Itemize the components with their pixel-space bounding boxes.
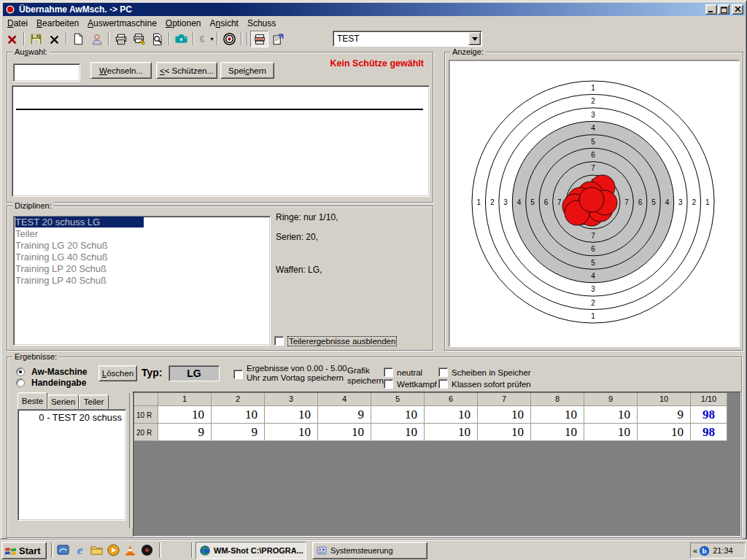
properties-toolbar-button[interactable] (268, 31, 287, 47)
svg-text:1: 1 (476, 198, 481, 206)
discipline-item[interactable]: TEST 20 schuss LG (14, 217, 270, 228)
column-header: 3 (265, 393, 318, 406)
tray-chevron[interactable]: « (691, 546, 699, 555)
svg-text:6: 6 (591, 151, 595, 159)
menu-ansicht[interactable]: Ansicht (206, 16, 243, 30)
series-list-item[interactable]: 0 - TEST 20 schuss (18, 410, 125, 423)
neutral-label: neutral (397, 368, 422, 377)
menu-datei[interactable]: Datei (3, 16, 32, 30)
tab-teiler[interactable]: Teiler (79, 394, 109, 409)
svg-text:6: 6 (638, 198, 643, 206)
aw-maschine-label: Aw-Maschine (31, 367, 87, 377)
neutral-checkbox[interactable] (384, 368, 393, 377)
save-toolbar-button[interactable] (27, 31, 45, 47)
svg-text:2: 2 (692, 198, 697, 206)
quicklaunch-ie-icon[interactable]: e (73, 543, 88, 558)
camera-toolbar-button[interactable] (172, 31, 190, 47)
vortag-checkbox[interactable] (233, 370, 243, 379)
tab-serien[interactable]: Serien (47, 394, 79, 409)
toolbar-separator (169, 32, 170, 45)
discipline-list[interactable]: TEST 20 schuss LGTeilerTraining LG 20 Sc… (13, 216, 271, 346)
no-shooter-warning: Kein Schütze gewählt (330, 58, 425, 69)
svg-text:e: e (77, 543, 83, 557)
discipline-item[interactable]: Training LG 40 Schuß (14, 252, 270, 263)
menu-auswertmaschine[interactable]: Auswertmaschine (83, 16, 161, 30)
quicklaunch-disc-icon[interactable] (140, 543, 155, 558)
taskbar-task-wm-shot-c-progra[interactable]: WM-Shot C:\PROGRA... (196, 542, 306, 559)
speichern-button[interactable]: Speichern (220, 62, 274, 79)
svg-text:5: 5 (530, 198, 535, 206)
close-button[interactable] (732, 4, 743, 15)
column-header: 6 (425, 393, 478, 406)
delete-red-toolbar-button[interactable] (3, 31, 21, 47)
typ-value-box: LG (169, 365, 220, 381)
close-x-toolbar-button[interactable] (45, 31, 63, 47)
svg-text:6: 6 (591, 245, 595, 253)
row-label: 20 R (134, 424, 158, 441)
preview-toolbar-button[interactable] (148, 31, 166, 47)
scheiben-in-speicher-checkbox[interactable] (438, 368, 448, 377)
menu-bearbeiten[interactable]: Bearbeiten (32, 16, 83, 30)
wettkampf-checkbox[interactable] (384, 379, 393, 389)
discipline-item[interactable]: Training LP 40 Schuß (14, 275, 270, 287)
klassen-sofort-pr-fen-checkbox[interactable] (438, 379, 448, 389)
target-toolbar-button[interactable] (220, 31, 239, 47)
svg-text:2: 2 (490, 198, 495, 206)
control-panel-icon (316, 545, 328, 556)
handeingabe-label: Handeingabe (31, 378, 86, 388)
quicklaunch-desktop-icon[interactable] (56, 543, 71, 558)
handeingabe-radio[interactable] (16, 378, 25, 387)
quicklaunch-media-player-icon[interactable] (107, 543, 121, 558)
column-header: 1/10 (691, 393, 727, 406)
quicklaunch-folder-icon[interactable] (90, 543, 104, 558)
minimize-button[interactable] (705, 4, 717, 15)
print-setup-toolbar-button[interactable] (130, 31, 148, 47)
wechseln-button[interactable]: Wechseln... (90, 62, 152, 79)
discipline-item[interactable]: Teiler (14, 228, 270, 240)
score-cell: 10 (531, 406, 584, 424)
target-graphic: 11112222333344445555666677778888 (449, 61, 738, 345)
teilerergebnisse-checkbox[interactable] (274, 336, 284, 346)
taskbar-task-systemsteuerung[interactable]: Systemsteuerung (312, 542, 427, 559)
anzeige-legend: Anzeige: (450, 47, 486, 57)
schuetzen-button[interactable]: << Schützen... (156, 62, 217, 79)
user-toolbar-button[interactable] (88, 31, 106, 47)
toolbar-separator (217, 32, 218, 45)
start-button[interactable]: Start (1, 542, 47, 559)
score-cell: 10 (318, 424, 371, 441)
svg-text:4: 4 (591, 272, 595, 280)
grafik-speichern-label: Grafik speichern: (347, 365, 388, 386)
discipline-combobox[interactable]: TEST (333, 31, 482, 47)
discipline-item[interactable]: Training LG 20 Schuß (14, 240, 270, 252)
tray-b-icon[interactable]: b (699, 545, 710, 556)
wettkampf-label: Wettkampf (397, 380, 437, 389)
combo-dropdown-button[interactable] (468, 32, 481, 45)
discipline-item[interactable]: Training LP 20 Schuß (14, 263, 270, 275)
svg-text:7: 7 (591, 232, 595, 240)
maximize-button[interactable] (718, 4, 729, 15)
new-doc-toolbar-button[interactable] (69, 31, 88, 47)
print-toolbar-button[interactable] (112, 31, 130, 47)
score-cell: 10 (584, 406, 638, 424)
discipline-info-label: Waffen: LG, (276, 265, 322, 275)
menu-optionen[interactable]: Optionen (161, 16, 206, 30)
score-cell: 10 (478, 424, 531, 441)
selection-list[interactable] (12, 85, 430, 197)
window-title: Übernahme AwMsch. -> PC (19, 4, 132, 15)
euro-toolbar-button[interactable]: €▼ (196, 31, 214, 47)
app-icon (5, 4, 15, 15)
app-window: Übernahme AwMsch. -> PC DateiBearbeitenA… (0, 0, 747, 540)
svg-text:6: 6 (544, 198, 549, 206)
selection-input[interactable] (13, 63, 80, 82)
tab-beste[interactable]: Beste (18, 392, 47, 409)
ergebnisse-group: Ergebnisse: Aw-Maschine Handeingabe Lösc… (7, 357, 742, 538)
aw-maschine-radio[interactable] (16, 368, 25, 376)
svg-text:b: b (703, 547, 707, 555)
column-header: 4 (318, 393, 371, 406)
loeschen-button[interactable]: Löschen (98, 365, 137, 381)
menu-schuss[interactable]: Schuss (243, 16, 280, 30)
print-toggle-toolbar-button[interactable] (250, 31, 268, 47)
quicklaunch-vlc-icon[interactable] (123, 543, 138, 558)
column-header: 7 (478, 393, 531, 406)
series-listbox[interactable]: 0 - TEST 20 schuss (18, 409, 126, 521)
